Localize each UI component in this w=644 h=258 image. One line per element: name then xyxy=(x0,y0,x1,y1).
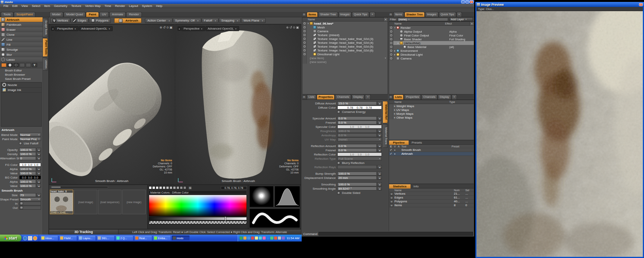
toolbox-side-tab[interactable]: Paint Tools xyxy=(43,38,48,57)
panel-tab[interactable]: Channels xyxy=(335,94,351,99)
tray-icon[interactable] xyxy=(266,237,269,240)
panel-tab[interactable]: + xyxy=(370,12,375,17)
window-titlebar[interactable]: modo – □ × xyxy=(0,0,474,4)
menu-item[interactable]: Time xyxy=(103,4,113,8)
window-titlebar[interactable]: Image Preview × xyxy=(475,2,644,7)
map-list-row[interactable]: ▶ Other Maps xyxy=(389,116,474,119)
visibility-gutter[interactable] xyxy=(389,49,393,53)
value-stepper[interactable]: ◂▸ xyxy=(377,187,382,190)
value-marker[interactable] xyxy=(225,217,226,220)
property-field[interactable]: Blurry Reflection▼ xyxy=(341,161,382,165)
panel-tab[interactable]: + xyxy=(365,94,370,99)
type-column-header[interactable]: Type xyxy=(449,101,474,103)
orbit-view-icon[interactable]: ↺ xyxy=(289,26,292,29)
expander-icon[interactable]: ▼ xyxy=(393,26,396,29)
value-ramp[interactable] xyxy=(149,217,247,220)
visibility-gutter[interactable] xyxy=(389,41,393,45)
property-field[interactable]: ▼ xyxy=(19,202,41,205)
property-field[interactable]: 0.0 %▼ xyxy=(337,116,377,120)
property-field[interactable]: Normal Proj▼ xyxy=(19,137,41,141)
orbit-view-icon[interactable]: ↺ xyxy=(163,26,166,29)
checkbox[interactable] xyxy=(337,111,340,113)
layer-effect[interactable]: Alpha xyxy=(449,30,474,33)
task-button[interactable]: Layou... xyxy=(78,235,96,241)
property-field[interactable]: 0.0 0.0 0.0▼ xyxy=(19,175,41,179)
brush-option-icon[interactable] xyxy=(13,63,19,67)
pan-view-icon[interactable]: ⊕ xyxy=(159,26,162,29)
brush-falloff-curve[interactable] xyxy=(274,186,300,207)
layout-tab[interactable]: Model xyxy=(49,12,63,17)
visibility-gutter[interactable] xyxy=(389,53,393,56)
viewport-menu-arrow-icon[interactable]: ◂ xyxy=(177,26,181,31)
property-field[interactable]: Normal▼ xyxy=(19,133,41,137)
property-field[interactable]: 100.0 %▼ xyxy=(19,184,36,188)
menu-item[interactable]: Help xyxy=(154,4,164,8)
color-swatch[interactable] xyxy=(149,186,152,189)
property-field[interactable]: 73▼ xyxy=(19,193,36,197)
shader-tree-row[interactable]: Alpha Output Alpha xyxy=(389,30,474,33)
toolbar-dropdown[interactable]: Action Center ▼ xyxy=(145,18,172,23)
tool-button[interactable]: Paintbrush xyxy=(0,22,43,27)
brush-link[interactable]: Save Brush Preset xyxy=(0,77,43,81)
visibility-gutter[interactable] xyxy=(302,37,307,41)
item-tree-row[interactable]: Directional Light xyxy=(302,52,388,56)
tool-button[interactable]: Lasso xyxy=(0,57,43,62)
visible-dot[interactable]: • xyxy=(393,148,397,152)
scroll-up-icon[interactable]: ▲ xyxy=(470,22,474,25)
visibility-gutter[interactable] xyxy=(302,25,307,29)
pan-view-icon[interactable]: ⊕ xyxy=(286,26,289,29)
map-list-row[interactable]: ▶ Weight Maps xyxy=(389,104,474,108)
quick-launch-icon[interactable] xyxy=(33,236,37,240)
property-field[interactable]: (none)▼ xyxy=(337,137,382,141)
menu-item[interactable]: Vertex Map xyxy=(83,4,102,8)
map-list-row[interactable]: ▶ UV Maps xyxy=(389,108,474,112)
zoom-view-icon[interactable]: ⊙ xyxy=(166,26,169,29)
property-field[interactable]: Use Falloff▼ xyxy=(23,141,41,145)
panel-tab[interactable]: Lists xyxy=(393,94,404,99)
shader-tree-row[interactable]: ▶ (defaultMat) xyxy=(389,41,474,45)
expander-icon[interactable]: ▶ xyxy=(393,109,396,111)
visibility-gutter[interactable] xyxy=(302,52,307,56)
brush-link[interactable]: Brush Browser xyxy=(0,73,43,77)
menu-item[interactable]: Select xyxy=(30,4,42,8)
value-stepper[interactable]: ◂▸ xyxy=(377,182,382,186)
name-column-header[interactable]: Name xyxy=(389,22,445,25)
menu-item[interactable]: Render xyxy=(113,4,127,8)
expander-icon[interactable]: ▶ xyxy=(393,105,396,107)
color-swatch[interactable] xyxy=(180,186,183,189)
panel-tab[interactable]: Properties xyxy=(404,94,421,99)
visibility-gutter[interactable] xyxy=(389,45,393,49)
item-tree-row[interactable]: Texture: Image: head_bake_final_02d (5) xyxy=(302,45,388,48)
tool-button[interactable]: Airbrush xyxy=(0,17,43,22)
property-field[interactable]: 15.0 %▼ xyxy=(337,101,377,105)
statistics-row[interactable]: + Edges 61... ... xyxy=(389,196,474,200)
layout-tab[interactable]: Animate xyxy=(109,12,126,17)
task-button[interactable]: 2 Q... xyxy=(115,235,133,241)
tool-button[interactable]: Fill xyxy=(0,42,43,47)
tray-icon[interactable] xyxy=(270,237,273,240)
value-stepper[interactable]: ◂▸ xyxy=(377,172,382,175)
close-button[interactable]: × xyxy=(639,3,643,6)
component-mode-button[interactable]: Polygons xyxy=(89,18,111,23)
panel-tab[interactable]: + xyxy=(452,94,457,99)
color-swatch[interactable] xyxy=(156,186,159,189)
statistics-row[interactable]: + Vertices 21... ... xyxy=(389,192,474,196)
panel-tab[interactable]: Display xyxy=(438,94,451,99)
property-field[interactable]: Smooth▼ xyxy=(19,197,41,201)
value-stepper[interactable]: ◂▸ xyxy=(36,193,41,197)
brush-option-icon[interactable] xyxy=(7,63,13,67)
name-column-header[interactable]: Name xyxy=(302,18,383,21)
panel-tab[interactable]: Items xyxy=(307,12,318,17)
panel-tab[interactable]: Quick Tips xyxy=(352,12,369,17)
task-button[interactable]: modo xyxy=(172,235,190,241)
expand-plus-icon[interactable]: + xyxy=(390,204,393,207)
panel-tab[interactable]: Channels xyxy=(421,94,437,99)
shader-tree-row[interactable]: ▶ Directional Light xyxy=(389,53,474,56)
property-field[interactable]: Conserve Energy▼ xyxy=(341,110,382,114)
expander-icon[interactable]: ▼ xyxy=(307,22,310,25)
layout-tab[interactable]: Render xyxy=(126,12,141,17)
menu-item[interactable]: Texture xyxy=(69,4,83,8)
value-stepper[interactable]: ◂▸ xyxy=(377,101,382,105)
image-placeholder-cell[interactable]: (load sequence) xyxy=(98,190,122,214)
presets-title[interactable]: Presets xyxy=(409,141,474,145)
